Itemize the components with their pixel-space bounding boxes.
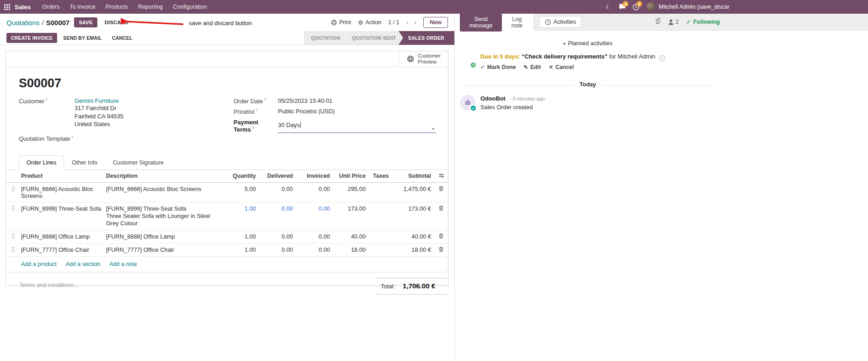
help-marker: ? — [256, 108, 258, 112]
header-delivered[interactable]: Delivered — [260, 170, 297, 182]
caret-down-icon: ▾ — [563, 41, 565, 46]
check-icon: ✓ — [687, 19, 691, 25]
header-product[interactable]: Product — [20, 170, 105, 182]
tab-order-lines[interactable]: Order Lines — [19, 155, 64, 170]
add-product-link[interactable]: Add a product — [21, 261, 57, 267]
pager[interactable]: 1 / 1 — [388, 19, 399, 26]
discard-button[interactable]: DISCARD — [102, 17, 131, 27]
check-icon — [472, 106, 475, 110]
today-label: Today — [574, 81, 602, 88]
pricelist-value[interactable]: Public Pricelist (USD) — [278, 108, 335, 115]
info-icon[interactable]: i — [659, 55, 665, 61]
total-label: Total: — [381, 283, 395, 290]
table-row[interactable]: [FURN_8999] Three-Seat Sofa [FURN_8999] … — [6, 202, 447, 230]
help-marker: ? — [71, 135, 74, 139]
help-marker: ? — [252, 126, 255, 130]
messages-icon[interactable]: 4 — [615, 0, 629, 14]
activities-button[interactable]: Activities — [539, 16, 581, 28]
delete-row-icon[interactable] — [435, 183, 447, 194]
tab-other-info[interactable]: Other Info — [64, 155, 105, 170]
cell-delivered: 0.00 — [260, 183, 297, 195]
payment-terms-input[interactable]: 30 Days ▾ — [278, 119, 436, 133]
message-author[interactable]: OdooBot — [480, 95, 506, 102]
pager-previous-icon[interactable]: ‹ — [406, 19, 409, 26]
cross-icon: ✕ — [548, 64, 553, 70]
cell-invoiced: 0.00 — [297, 230, 334, 243]
save-button[interactable]: SAVE — [74, 17, 97, 27]
order-date-field: Order Date? 05/25/2023 15:40:01 — [234, 97, 436, 105]
app-name[interactable]: Sales — [15, 4, 31, 11]
cell-description: [FURN_6666] Acoustic Bloc Screens — [105, 183, 224, 196]
menu-configuration[interactable]: Configuration — [168, 0, 212, 14]
stage-sales-order[interactable]: SALES ORDER — [399, 31, 454, 45]
add-note-link[interactable]: Add a note — [109, 261, 137, 267]
log-note-button[interactable]: Log note — [505, 13, 529, 32]
planned-activities-header[interactable]: ▾Planned activities — [455, 31, 720, 52]
mark-done-button[interactable]: ✓ Mark Done — [480, 64, 516, 70]
customer-link[interactable]: Gemini Furniture — [75, 97, 119, 104]
cancel-button[interactable]: CANCEL — [108, 33, 137, 43]
stage-quotation[interactable]: QUOTATION — [304, 31, 346, 45]
user-avatar[interactable] — [646, 2, 655, 11]
send-by-email-button[interactable]: SEND BY EMAIL — [59, 33, 106, 43]
pager-next-icon[interactable]: › — [414, 19, 416, 26]
header-invoiced[interactable]: Invoiced — [297, 170, 334, 182]
message-body-wrap: OdooBot - 9 minutes ago Sales Order crea… — [480, 95, 545, 111]
pricelist-label: Pricelist? — [234, 108, 278, 115]
chatter-topbar-right: Activities 2 ✓ Following — [533, 14, 868, 31]
delete-row-icon[interactable] — [435, 244, 447, 255]
delete-row-icon[interactable] — [435, 230, 447, 242]
drag-handle-icon[interactable] — [6, 202, 20, 214]
header-taxes[interactable]: Taxes — [369, 170, 389, 182]
cell-description: [FURN_8999] Three-Seat Sofa Three Seater… — [105, 202, 224, 230]
action-button[interactable]: ⚙ Action — [358, 19, 381, 26]
menu-reporting[interactable]: Reporting — [133, 0, 168, 14]
following-button[interactable]: ✓ Following — [687, 19, 720, 25]
dropdown-caret-icon[interactable]: ▾ — [432, 127, 434, 131]
header-quantity[interactable]: Quantity — [224, 170, 260, 182]
quotation-template-field[interactable]: Quotation Template? — [19, 135, 234, 142]
globe-icon — [407, 55, 414, 63]
header-subtotal[interactable]: Subtotal — [389, 170, 435, 182]
user-menu[interactable]: Mitchell Admin (save_discar — [655, 4, 868, 10]
breadcrumb-separator: / — [42, 19, 44, 27]
optional-columns-icon[interactable] — [435, 170, 447, 181]
cell-subtotal: 173.00 € — [389, 202, 435, 215]
attachment-paperclip-icon[interactable] — [654, 18, 660, 26]
customer-preview-button[interactable]: Customer Preview — [399, 51, 448, 67]
header-description[interactable]: Description — [105, 170, 224, 182]
menu-to-invoice[interactable]: To Invoice — [64, 0, 100, 14]
create-invoice-button[interactable]: CREATE INVOICE — [6, 33, 57, 43]
terms-placeholder[interactable]: Terms and conditions... — [20, 278, 79, 288]
tab-customer-signature[interactable]: Customer Signature — [105, 155, 171, 170]
menu-products[interactable]: Products — [101, 0, 133, 14]
add-section-link[interactable]: Add a section — [66, 261, 101, 267]
message-body: Sales Order created — [480, 104, 545, 111]
new-button[interactable]: New — [423, 17, 448, 28]
send-message-button[interactable]: Send message — [460, 13, 502, 32]
cell-delivered: 0.00 — [260, 202, 297, 215]
stage-quotation-sent[interactable]: QUOTATION SENT — [342, 31, 403, 45]
followers-button[interactable]: 2 — [668, 19, 679, 25]
delete-row-icon[interactable] — [435, 202, 447, 214]
order-date-value[interactable]: 05/25/2023 15:40:01 — [278, 97, 332, 105]
activities-clock-icon[interactable]: 2 — [629, 0, 643, 14]
header-unit-price[interactable]: Unit Price — [334, 170, 369, 182]
edit-activity-button[interactable]: ✎ Edit — [524, 64, 541, 70]
check-icon: ✓ — [480, 64, 485, 70]
drag-handle-icon[interactable] — [6, 230, 20, 242]
table-row[interactable]: [FURN_7777] Office Chair [FURN_7777] Off… — [6, 244, 447, 257]
table-row[interactable]: [FURN_8888] Office Lamp [FURN_8888] Offi… — [6, 230, 447, 244]
breadcrumb-quotations-link[interactable]: Quotations — [6, 19, 40, 27]
drag-handle-icon[interactable] — [6, 244, 20, 255]
print-button[interactable]: Print — [331, 19, 351, 26]
cell-unit-price: 295.00 — [334, 183, 369, 195]
cancel-activity-button[interactable]: ✕ Cancel — [548, 64, 574, 70]
drag-handle-icon[interactable] — [6, 183, 20, 195]
table-row[interactable]: [FURN_6666] Acoustic Bloc Screens [FURN_… — [6, 183, 447, 202]
apps-grid-icon[interactable] — [0, 0, 14, 14]
dark-mode-moon-icon[interactable]: ☾ — [602, 0, 615, 14]
activity-summary: “Check delivery requirements” — [522, 53, 607, 60]
menu-orders[interactable]: Orders — [37, 0, 64, 14]
today-divider: Today — [460, 85, 716, 85]
